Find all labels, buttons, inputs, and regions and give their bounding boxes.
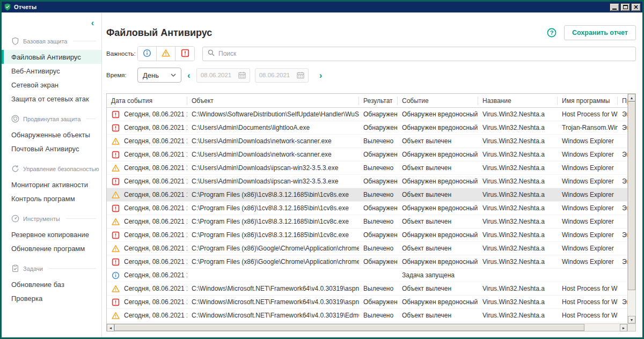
sidebar-group-advanced-protection: Продвинутая защита [2,115,101,123]
scroll-up-button[interactable]: ▲ [628,94,635,101]
help-icon[interactable]: ? [547,28,557,38]
cell-reason: Экс [618,124,627,131]
table-row[interactable]: Сегодня, 08.06.2021 10:11C:\Windows\Micr… [107,296,627,309]
sidebar-item-backup[interactable]: Резервное копирование [2,227,101,241]
sidebar-item-application-control[interactable]: Контроль программ [2,191,101,205]
date-from-field[interactable]: 08.06.2021 [196,68,250,83]
cell-program: Host Process for Window [558,285,618,292]
cell-date: Сегодня, 08.06.2021 12:03 [124,258,187,266]
cell-object: C:\Program Files (x86)\1cv8\8.3.12.1685\… [187,218,359,225]
sidebar-group-label: Управление безопасностью [23,166,99,172]
filter-warning-button[interactable] [157,47,175,61]
next-period-button[interactable]: › [319,71,323,80]
table-row[interactable]: Сегодня, 08.06.2021 12:29C:\Users\Admin\… [107,148,627,161]
horizontal-scrollbar[interactable]: ◄ ► [107,323,627,331]
table-row[interactable]: Сегодня, 08.06.2021 12:04C:\Program File… [107,215,627,229]
table-row[interactable]: Сегодня, 08.06.2021 12:29C:\Users\Admin\… [107,175,627,188]
horizontal-scrollbar-track[interactable] [114,324,620,331]
table-row[interactable]: Сегодня, 08.06.2021 12:03C:\Program File… [107,242,627,255]
column-header-reason[interactable]: При [618,97,627,105]
column-header-program[interactable]: Имя программы [558,97,618,105]
minimize-button[interactable] [610,3,619,11]
scroll-down-button[interactable]: ▼ [628,316,635,323]
cell-name: Virus.Win32.Neshta.a [478,178,558,185]
previous-period-button[interactable]: ‹ [187,71,191,80]
filter-info-button[interactable] [138,47,157,61]
filter-critical-button[interactable] [175,47,194,61]
table-row[interactable]: Сегодня, 08.06.2021 12:29C:\Users\Admin\… [107,135,627,148]
cell-event: Объект вылечен [398,245,478,252]
sidebar-item-software-updater[interactable]: Обновление программ [2,241,101,255]
cell-program: Windows Explorer [558,204,618,212]
date-to-field[interactable]: 08.06.2021 [255,68,309,83]
table-row[interactable]: Сегодня, 08.06.2021 12:33C:\Users\Admin\… [107,121,627,135]
sidebar-item-file-antivirus[interactable]: Файловый Антивирус [2,50,101,64]
cell-name: Virus.Win32.Neshta.a [478,298,558,306]
tasks-icon [11,264,19,272]
table-row[interactable]: Сегодня, 08.06.2021 12:04C:\Program File… [107,188,627,202]
close-button[interactable]: × [631,3,641,11]
cell-event: Объект вылечен [398,164,478,172]
sidebar-item-label: Сетевой экран [11,81,58,89]
table-scroll-area: Дата событияОбъектРезультатСобытиеНазван… [107,94,627,323]
shield-icon [11,37,19,45]
sidebar-item-mail-antivirus[interactable]: Почтовый Антивирус [2,142,101,156]
table-row[interactable]: Сегодня, 08.06.2021 12:04C:\Program File… [107,202,627,215]
cell-program: Windows Explorer [558,218,618,225]
table-body: Сегодня, 08.06.2021 12:43C:\Windows\Soft… [107,108,627,323]
horizontal-scrollbar-thumb[interactable] [114,324,584,331]
close-icon: × [633,4,639,10]
column-header-date[interactable]: Дата события [107,97,187,105]
severity-filter-group [137,46,195,61]
maximize-button[interactable] [620,3,630,11]
cell-program: Windows Explorer [558,151,618,158]
sidebar-item-network-attack-protection[interactable]: Защита от сетевых атак [2,92,101,106]
sidebar-collapse-button[interactable]: ‹ [2,17,101,28]
column-header-object[interactable]: Объект [187,97,359,105]
scroll-right-button[interactable]: ► [620,324,627,331]
sidebar-item-label: Проверка [11,294,42,303]
cell-program: Windows Explorer [558,245,618,252]
cell-name: Virus.Win32.Neshta.a [478,231,558,239]
search-input[interactable] [218,50,631,57]
table-row[interactable]: Сегодня, 08.06.2021 12:04C:\Program File… [107,229,627,242]
vertical-scrollbar-thumb[interactable] [628,101,635,290]
table-row[interactable]: Сегодня, 08.06.2021 12:43C:\Windows\Soft… [107,108,627,121]
group-divider [66,218,96,219]
table-row[interactable]: Сегодня, 08.06.2021 12:03C:\Program File… [107,255,627,269]
table-row[interactable]: Сегодня, 08.06.2021 12:29C:\Users\Admin\… [107,161,627,175]
column-header-name[interactable]: Название [478,97,558,105]
period-dropdown[interactable]: День [137,68,181,83]
cell-object: C:\Program Files (x86)\1cv8\8.3.12.1685\… [187,191,359,198]
scroll-left-button[interactable]: ◄ [107,324,114,331]
sidebar-item-scan[interactable]: Проверка [2,291,101,305]
vertical-scrollbar-track[interactable] [628,101,635,316]
table-row[interactable]: Сегодня, 08.06.2021 10:16Задача запущена [107,269,627,282]
vertical-scrollbar[interactable]: ▲ ▼ [627,94,635,323]
table-row[interactable]: Сегодня, 08.06.2021 10:11C:\Windows\Micr… [107,282,627,296]
cell-result: Вылечено [359,245,398,252]
cell-date: Сегодня, 08.06.2021 10:11 [124,312,187,319]
cell-event: Объект вылечен [398,137,478,145]
cell-object: C:\Program Files (x86)\Google\Chrome\App… [187,258,359,266]
warning-severity-icon [107,191,124,199]
sidebar-item-activity-monitoring[interactable]: Мониторинг активности [2,178,101,191]
column-header-result[interactable]: Результат [359,97,398,105]
importance-label: Важность: [106,50,137,57]
cell-reason: Экс [618,204,627,212]
sidebar-item-database-update[interactable]: Обновление баз [2,277,101,291]
warning-severity-icon [107,218,124,226]
sidebar-item-label: Файловый Антивирус [11,53,81,61]
table-row[interactable]: Сегодня, 08.06.2021 10:11C:\Windows\Micr… [107,309,627,322]
cell-reason: Экс [618,298,627,306]
sidebar-item-firewall[interactable]: Сетевой экран [2,78,101,92]
sync-icon [11,165,19,173]
save-report-button[interactable]: Сохранить отчет [564,25,636,40]
calendar-icon [238,71,246,79]
cell-program: Windows Explorer [558,231,618,239]
column-header-event[interactable]: Событие [398,97,478,105]
header-actions: ? Сохранить отчет [547,25,636,40]
sidebar-item-detected-objects[interactable]: Обнаруженные объекты [2,128,101,142]
sidebar-item-web-antivirus[interactable]: Веб-Антивирус [2,64,101,78]
date-from-value: 08.06.2021 [201,72,232,78]
